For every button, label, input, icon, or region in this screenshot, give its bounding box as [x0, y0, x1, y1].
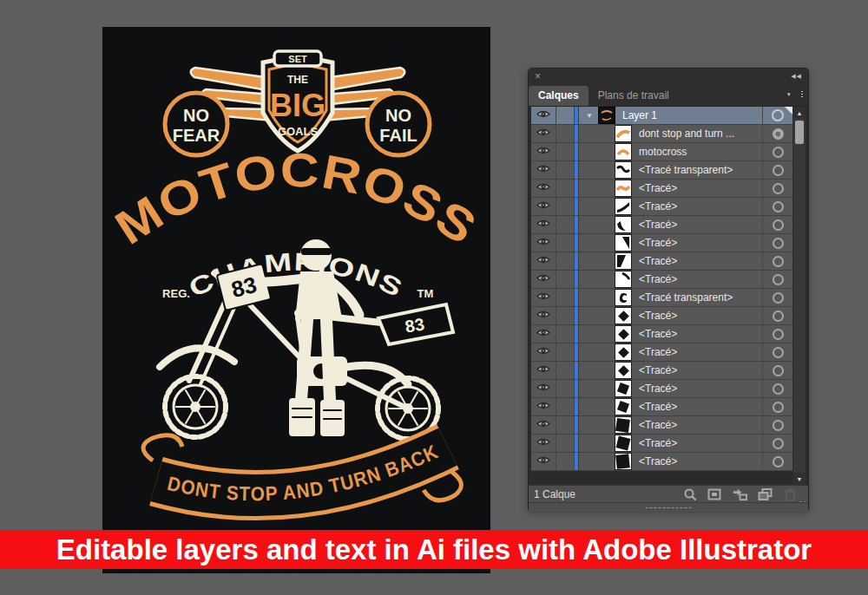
lock-toggle[interactable] [556, 380, 575, 397]
target-indicator[interactable] [762, 180, 792, 197]
lock-toggle[interactable] [556, 343, 575, 361]
visibility-toggle[interactable] [531, 252, 556, 270]
target-indicator[interactable] [762, 362, 792, 379]
layer-row[interactable]: <Tracé> [531, 252, 792, 271]
layer-row-content[interactable]: <Tracé> [579, 180, 762, 197]
target-indicator[interactable] [762, 161, 792, 179]
layer-thumbnail[interactable] [615, 143, 632, 160]
layer-thumbnail[interactable] [615, 362, 632, 379]
target-indicator[interactable] [762, 307, 792, 324]
target-circle-icon[interactable] [773, 402, 784, 413]
visibility-toggle[interactable] [531, 161, 556, 179]
layer-row[interactable]: <Tracé> [531, 216, 792, 234]
layer-row-content[interactable]: <Tracé> [579, 380, 762, 397]
layer-name[interactable]: <Tracé> [639, 328, 677, 340]
layer-name[interactable]: <Tracé> [639, 401, 677, 413]
lock-toggle[interactable] [556, 398, 575, 415]
target-indicator[interactable] [762, 198, 792, 215]
layer-row[interactable]: <Tracé transparent> [531, 289, 792, 307]
layer-thumbnail[interactable] [615, 453, 632, 470]
layer-thumbnail[interactable] [615, 380, 632, 397]
layer-row[interactable]: <Tracé> [531, 234, 792, 252]
layer-row[interactable]: <Tracé> [531, 362, 792, 380]
layer-row-content[interactable]: <Tracé transparent> [579, 289, 762, 306]
layer-name[interactable]: <Tracé transparent> [639, 291, 733, 304]
layer-row[interactable]: <Tracé> [531, 398, 792, 416]
layer-thumbnail[interactable] [615, 416, 632, 434]
lock-toggle[interactable] [556, 252, 575, 270]
visibility-toggle[interactable] [531, 216, 556, 233]
layer-row-content[interactable]: <Tracé> [579, 216, 762, 233]
tab-calques[interactable]: Calques [529, 86, 589, 106]
layer-row-content[interactable]: dont stop and turn ... [579, 125, 762, 142]
target-circle-icon[interactable] [773, 238, 784, 249]
panel-menu-icon[interactable]: ▾ [787, 89, 803, 100]
target-circle-icon[interactable] [773, 456, 784, 468]
layer-row[interactable]: motocross [531, 143, 792, 161]
visibility-toggle[interactable] [531, 234, 556, 252]
visibility-toggle[interactable] [531, 125, 556, 142]
layer-thumbnail[interactable] [615, 252, 632, 270]
vertical-scrollbar[interactable]: ▲ ▼ [792, 107, 806, 485]
visibility-toggle[interactable] [531, 143, 556, 160]
layer-list[interactable]: ▼Layer 1dont stop and turn ...motocross<… [531, 107, 806, 485]
new-layer-icon[interactable] [758, 487, 773, 501]
lock-toggle[interactable] [556, 107, 575, 124]
layer-row[interactable]: <Tracé> [531, 325, 792, 343]
layer-thumbnail[interactable] [615, 161, 632, 179]
layer-name[interactable]: <Tracé> [639, 382, 677, 395]
target-circle-icon[interactable] [773, 420, 784, 431]
collapse-panel-icon[interactable]: ◀◀ [791, 73, 802, 80]
target-indicator[interactable] [762, 271, 792, 288]
visibility-toggle[interactable] [531, 107, 556, 124]
target-indicator[interactable] [762, 125, 792, 142]
layer-name[interactable]: <Tracé> [639, 200, 677, 212]
layer-name[interactable]: <Tracé> [639, 364, 677, 376]
layer-row-content[interactable]: <Tracé> [579, 343, 762, 361]
layer-row[interactable]: <Tracé> [531, 416, 792, 435]
layer-row[interactable]: <Tracé> [531, 453, 792, 471]
layer-row-content[interactable]: <Tracé> [579, 362, 762, 379]
scrollbar-thumb[interactable] [795, 121, 804, 144]
tab-plans-de-travail[interactable]: Plans de travail [589, 86, 679, 106]
layer-name[interactable]: <Tracé> [639, 419, 677, 431]
target-circle-icon[interactable] [773, 183, 784, 194]
target-circle-icon[interactable] [773, 256, 784, 267]
target-indicator[interactable] [762, 380, 792, 397]
layer-thumbnail[interactable] [615, 125, 632, 142]
visibility-toggle[interactable] [531, 398, 556, 415]
layer-name[interactable]: motocross [639, 146, 687, 158]
layer-thumbnail[interactable] [598, 107, 615, 124]
target-circle-icon[interactable] [773, 383, 784, 395]
layer-row[interactable]: <Tracé transparent> [531, 161, 792, 180]
lock-toggle[interactable] [556, 234, 575, 252]
lock-toggle[interactable] [556, 325, 575, 343]
layer-name[interactable]: dont stop and turn ... [639, 128, 734, 140]
layer-name[interactable]: Layer 1 [622, 109, 657, 121]
lock-toggle[interactable] [556, 435, 575, 452]
layer-row-content[interactable]: <Tracé> [579, 398, 762, 415]
layer-name[interactable]: <Tracé> [639, 437, 677, 449]
lock-toggle[interactable] [556, 216, 575, 233]
target-circle-icon[interactable] [773, 147, 784, 158]
target-circle-icon[interactable] [773, 329, 784, 340]
new-sublayer-icon[interactable] [733, 487, 747, 501]
layer-thumbnail[interactable] [615, 289, 632, 306]
make-clipping-mask-icon[interactable] [707, 487, 722, 501]
target-indicator[interactable] [762, 325, 792, 343]
lock-toggle[interactable] [556, 271, 575, 288]
panel-titlebar[interactable]: × ◀◀ [529, 69, 808, 83]
layer-row[interactable]: <Tracé> [531, 435, 792, 453]
visibility-toggle[interactable] [531, 180, 556, 197]
layer-name[interactable]: <Tracé> [639, 455, 677, 468]
target-circle-icon[interactable] [772, 109, 784, 121]
layer-row[interactable]: <Tracé> [531, 198, 792, 216]
layer-thumbnail[interactable] [615, 198, 632, 215]
layer-row-content[interactable]: <Tracé transparent> [579, 161, 762, 179]
target-circle-icon[interactable] [773, 438, 784, 449]
layer-row-content[interactable]: ▼Layer 1 [579, 107, 762, 124]
layer-row[interactable]: <Tracé> [531, 343, 792, 362]
target-indicator[interactable] [762, 435, 792, 452]
layer-thumbnail[interactable] [615, 398, 632, 415]
lock-toggle[interactable] [556, 289, 575, 306]
